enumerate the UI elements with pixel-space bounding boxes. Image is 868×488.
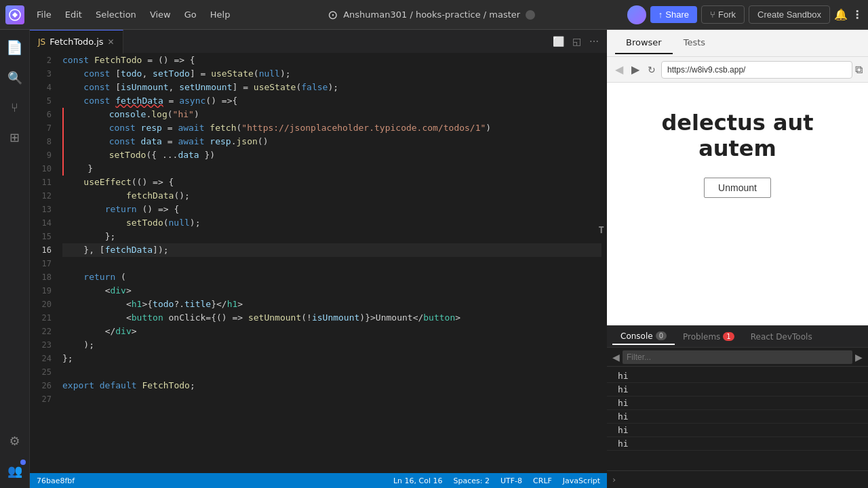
console-tab-devtools[interactable]: React DevTools bbox=[743, 329, 821, 344]
fork-button[interactable]: ⑂ Fork bbox=[701, 5, 745, 24]
top-actions: ↑ Share ⑂ Fork Create Sandbox 🔔 ⋮ bbox=[627, 5, 863, 24]
menu-help[interactable]: Help bbox=[205, 7, 236, 22]
menu-edit[interactable]: Edit bbox=[60, 7, 87, 22]
code-lines: const FetchTodo = () => { const [todo, s… bbox=[57, 54, 607, 406]
repo-info: ⊙ Anshuman301 / hooks-practice / master bbox=[238, 7, 624, 22]
sidebar-settings-icon[interactable]: ⚙ bbox=[3, 428, 27, 453]
js-file-icon: JS bbox=[38, 37, 45, 47]
status-bar: 76bae8fbf Ln 16, Col 16 Spaces: 2 UTF-8 … bbox=[30, 473, 607, 488]
console-tab-console[interactable]: Console 0 bbox=[612, 329, 675, 345]
browser-forward-button[interactable]: ▶ bbox=[629, 60, 642, 79]
status-right: Ln 16, Col 16 Spaces: 2 UTF-8 CRLF JavaS… bbox=[393, 476, 600, 485]
share-button[interactable]: ↑ Share bbox=[650, 6, 697, 23]
browser-back-button[interactable]: ◀ bbox=[612, 60, 626, 79]
tab-browser[interactable]: Browser bbox=[615, 32, 673, 54]
sidebar-git-icon[interactable]: ⑂ bbox=[3, 95, 27, 119]
code-content: 2 3 4 5 6 7 8 9 10 11 12 13 14 15 16 17 bbox=[30, 54, 607, 406]
more-editor-options[interactable]: ⋯ bbox=[587, 35, 601, 48]
tab-close-button[interactable]: ✕ bbox=[108, 37, 115, 47]
page-title: delectus aut autem bbox=[620, 110, 854, 161]
sidebar-search-icon[interactable]: 🔍 bbox=[3, 65, 27, 89]
browser-page: delectus aut autem Unmount bbox=[620, 110, 854, 198]
spaces: Spaces: 2 bbox=[454, 476, 490, 485]
share-icon: ↑ bbox=[658, 9, 663, 20]
console-line-5: hi bbox=[607, 424, 868, 437]
tab-fetchtodo[interactable]: JS FetchTodo.js ✕ bbox=[30, 30, 123, 54]
repo-path: Anshuman301 / hooks-practice / master bbox=[343, 9, 520, 20]
notification-bell[interactable]: 🔔 bbox=[834, 8, 848, 21]
create-sandbox-button[interactable]: Create Sandbox bbox=[749, 5, 830, 24]
right-panel: Browser Tests ◀ ▶ ↻ ⧉ delectus aut autem… bbox=[607, 30, 868, 488]
console-line-3: hi bbox=[607, 396, 868, 410]
console-count-badge: 0 bbox=[656, 331, 667, 340]
console-panel: Console 0 Problems 1 React DevTools ◀ ▶ bbox=[607, 325, 868, 488]
browser-content: delectus aut autem Unmount bbox=[607, 83, 868, 325]
sidebar-extensions-icon[interactable]: ⊞ bbox=[3, 125, 27, 149]
sidebar: 📄 🔍 ⑂ ⊞ ⚙ 👥 bbox=[0, 30, 30, 488]
line-numbers: 2 3 4 5 6 7 8 9 10 11 12 13 14 15 16 17 bbox=[30, 54, 57, 406]
console-tab-problems[interactable]: Problems 1 bbox=[675, 329, 743, 344]
language: JavaScript bbox=[563, 476, 600, 485]
editor-area: JS FetchTodo.js ✕ ⬜ ◱ ⋯ 2 3 4 5 6 7 8 bbox=[30, 30, 607, 488]
preview-button[interactable]: ◱ bbox=[570, 35, 584, 48]
console-output: hi hi hi hi hi hi bbox=[607, 367, 868, 470]
menu-selection[interactable]: Selection bbox=[90, 7, 142, 22]
line-col: Ln 16, Col 16 bbox=[393, 476, 443, 485]
menu-file[interactable]: File bbox=[31, 7, 57, 22]
open-new-tab-button[interactable]: ⧉ bbox=[855, 64, 863, 76]
menu-view[interactable]: View bbox=[144, 7, 176, 22]
sidebar-files-icon[interactable]: 📄 bbox=[3, 35, 27, 60]
split-editor-button[interactable]: ⬜ bbox=[550, 35, 567, 48]
browser-tabs: Browser Tests bbox=[607, 30, 868, 57]
type-hint: T bbox=[599, 223, 604, 237]
url-bar[interactable] bbox=[661, 61, 852, 79]
encoding: UTF-8 bbox=[500, 476, 522, 485]
code-editor[interactable]: 2 3 4 5 6 7 8 9 10 11 12 13 14 15 16 17 bbox=[30, 54, 607, 473]
console-line-2: hi bbox=[607, 383, 868, 396]
browser-refresh-button[interactable]: ↻ bbox=[645, 62, 658, 78]
console-next-button[interactable]: ▶ bbox=[855, 352, 863, 363]
console-tabs: Console 0 Problems 1 React DevTools bbox=[607, 326, 868, 348]
console-line-1: hi bbox=[607, 369, 868, 383]
console-input-bar: › bbox=[607, 470, 868, 488]
fork-icon: ⑂ bbox=[710, 9, 715, 20]
sidebar-users-icon[interactable]: 👥 bbox=[3, 458, 27, 483]
tab-bar: JS FetchTodo.js ✕ ⬜ ◱ ⋯ bbox=[30, 30, 607, 54]
github-icon: ⊙ bbox=[328, 7, 338, 22]
topbar: File Edit Selection View Go Help ⊙ Anshu… bbox=[0, 0, 868, 30]
browser-toolbar: ◀ ▶ ↻ ⧉ bbox=[607, 57, 868, 83]
git-hash: 76bae8fbf bbox=[37, 476, 75, 485]
console-toolbar: ◀ ▶ bbox=[607, 348, 868, 367]
main-layout: 📄 🔍 ⑂ ⊞ ⚙ 👥 JS FetchTodo.js ✕ ⬜ ◱ ⋯ bbox=[0, 30, 868, 488]
avatar bbox=[627, 5, 646, 24]
console-filter-input[interactable] bbox=[623, 350, 852, 364]
logo bbox=[5, 5, 24, 24]
tab-tests[interactable]: Tests bbox=[673, 32, 716, 54]
line-ending: CRLF bbox=[533, 476, 552, 485]
unmount-button[interactable]: Unmount bbox=[704, 178, 771, 198]
console-prompt-icon: › bbox=[612, 474, 616, 485]
problems-count-badge: 1 bbox=[723, 332, 734, 341]
connection-icon bbox=[526, 10, 535, 20]
more-options-icon[interactable]: ⋮ bbox=[852, 8, 863, 21]
console-line-4: hi bbox=[607, 410, 868, 424]
console-prev-button[interactable]: ◀ bbox=[612, 352, 620, 363]
tab-actions: ⬜ ◱ ⋯ bbox=[550, 35, 607, 48]
console-line-6: hi bbox=[607, 437, 868, 451]
menu-go[interactable]: Go bbox=[179, 7, 202, 22]
